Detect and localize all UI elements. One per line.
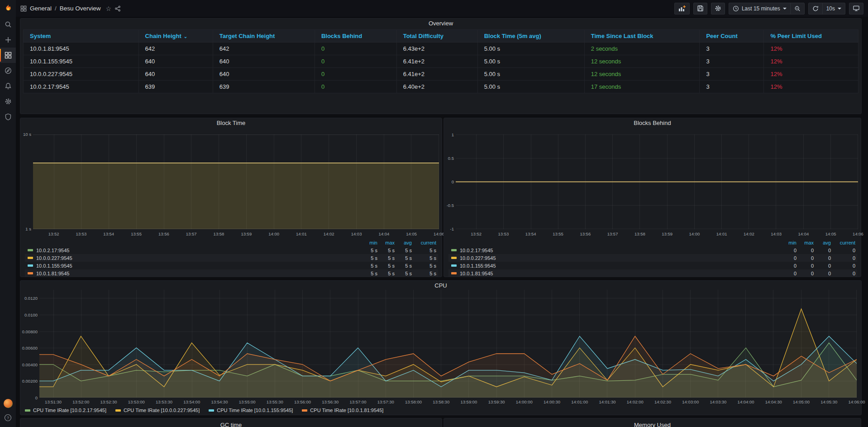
admin-shield-icon[interactable] (0, 109, 16, 125)
explore-compass-icon[interactable] (0, 63, 16, 78)
grafana-logo-icon[interactable] (0, 0, 16, 17)
x-tick-label: 13:55:30 (267, 399, 283, 404)
save-dashboard-button[interactable] (693, 3, 707, 14)
table-cell: 10.0.0.227:9545 (24, 68, 139, 81)
x-tick-label: 13:55 (131, 231, 142, 236)
legend-item[interactable]: CPU Time IRate [10.0.1.81:9545] (302, 408, 383, 413)
x-tick-label: 14:02 (324, 231, 334, 236)
legend-row[interactable]: 10.0.1.81:95450000 (448, 269, 857, 277)
column-header[interactable]: Block Time (5m avg) (477, 30, 584, 43)
legend-row[interactable]: 10.0.0.227:95455 s5 s5 s5 s (25, 254, 438, 262)
alerting-bell-icon[interactable] (0, 78, 16, 94)
dashboards-icon[interactable] (0, 48, 16, 63)
series-name[interactable]: CPU Time IRate [10.0.1.155:9545] (217, 408, 293, 413)
time-range-picker[interactable]: Last 15 minutes (729, 3, 790, 14)
x-tick-label: 14:05 (406, 231, 417, 236)
x-tick-label: 13:52:00 (72, 399, 89, 404)
dashboard-squares-icon (20, 5, 27, 12)
breadcrumb-folder[interactable]: General (30, 5, 52, 12)
zoom-out-button[interactable] (790, 3, 804, 14)
column-header[interactable]: Blocks Behind (315, 30, 396, 43)
legend-item[interactable]: CPU Time IRate [10.0.2.17:9545] (25, 408, 106, 413)
x-tick-label: 14:00 (689, 231, 700, 236)
panel-title-cpu[interactable]: CPU (20, 281, 861, 291)
x-tick-label: 13:55:00 (239, 399, 256, 404)
x-tick-label: 14:04 (798, 231, 809, 236)
panel-title-memory-used[interactable]: Memory Used (444, 418, 861, 427)
panel-title-block-time[interactable]: Block Time (20, 118, 442, 128)
legend-value: 0 (796, 255, 814, 261)
configuration-gear-icon[interactable] (0, 94, 16, 109)
legend-value: 5 s (360, 248, 377, 253)
series-name[interactable]: 10.0.2.17:9545 (36, 248, 360, 253)
legend-row[interactable]: 10.0.1.81:95455 s5 s5 s5 s (25, 269, 438, 277)
legend-item[interactable]: CPU Time IRate [10.0.1.155:9545] (209, 408, 293, 413)
y-tick-label: -0.5 (444, 203, 454, 208)
series-name[interactable]: 10.0.2.17:9545 (460, 248, 779, 253)
create-plus-icon[interactable] (0, 32, 16, 48)
x-tick-label: 13:56 (580, 231, 591, 236)
x-tick-label: 13:56:30 (322, 399, 339, 404)
legend-column-current: current (412, 240, 438, 245)
legend-header: minmaxavgcurrent (448, 239, 857, 246)
add-panel-button[interactable] (674, 3, 690, 14)
table-row: 10.0.0.227:954564064006.41e+25.00 s12 se… (24, 68, 858, 81)
legend-row[interactable]: 10.0.2.17:95450000 (448, 246, 857, 254)
column-header[interactable]: System (24, 30, 139, 43)
panel-title-gc-time[interactable]: GC time (20, 418, 442, 427)
column-header[interactable]: Target Chain Height (213, 30, 315, 43)
y-tick-label: 0.00200 (20, 379, 38, 384)
help-icon[interactable]: ? (0, 411, 16, 424)
legend-column-current: current (831, 240, 857, 245)
refresh-interval-picker[interactable]: 10s (822, 3, 845, 14)
x-tick-label: 13:57 (607, 231, 618, 236)
legend-value: 0 (814, 255, 831, 261)
panel-title-overview[interactable]: Overview (20, 19, 861, 29)
search-icon[interactable] (0, 17, 16, 32)
series-name[interactable]: 10.0.0.227:9545 (460, 255, 779, 261)
table-cell: 5.00 s (477, 81, 584, 93)
cpu-x-axis: 13:51:3013:52:0013:52:3013:53:0013:53:30… (39, 399, 857, 405)
sort-caret-icon: ⌄ (184, 34, 187, 39)
panel-cpu: CPU 13:51:3013:52:0013:52:3013:53:0013:5… (20, 280, 862, 415)
column-header[interactable]: Chain Height⌄ (138, 30, 213, 43)
panel-title-blocks-behind[interactable]: Blocks Behind (444, 118, 861, 128)
time-range-label: Last 15 minutes (742, 5, 780, 12)
series-name[interactable]: 10.0.1.81:9545 (36, 271, 360, 276)
legend-column-avg: avg (814, 240, 831, 245)
svg-text:?: ? (7, 416, 9, 420)
cycle-view-mode-button[interactable] (849, 3, 863, 14)
legend-row[interactable]: 10.0.2.17:95455 s5 s5 s5 s (25, 246, 438, 254)
series-name[interactable]: 10.0.1.81:9545 (460, 271, 779, 276)
series-name[interactable]: CPU Time IRate [10.0.0.227:9545] (124, 408, 200, 413)
table-cell: 10.0.1.155:9545 (24, 55, 139, 68)
column-header[interactable]: % Peer Limit Used (764, 30, 858, 43)
table-cell: 640 (213, 68, 315, 81)
series-name[interactable]: CPU Time IRate [10.0.1.81:9545] (310, 408, 383, 413)
legend-row[interactable]: 10.0.0.227:95450000 (448, 254, 857, 262)
legend-value: 0 (814, 248, 831, 253)
refresh-interval-label: 10s (826, 5, 835, 12)
legend-item[interactable]: CPU Time IRate [10.0.0.227:9545] (115, 408, 200, 413)
column-header[interactable]: Peer Count (700, 30, 764, 43)
x-tick-label: 13:54:30 (211, 399, 228, 404)
column-header[interactable]: Total Difficulty (396, 30, 477, 43)
series-name[interactable]: 10.0.0.227:9545 (36, 255, 360, 261)
series-name[interactable]: CPU Time IRate [10.0.2.17:9545] (33, 408, 106, 413)
favorite-star-icon[interactable]: ☆ (106, 5, 112, 12)
table-cell: 0 (315, 81, 396, 93)
legend-value: 5 s (377, 248, 395, 253)
dashboard-grid: Overview SystemChain Height⌄Target Chain… (16, 17, 868, 427)
dashboard-settings-button[interactable] (711, 3, 725, 14)
series-name[interactable]: 10.0.1.155:9545 (36, 263, 360, 269)
user-avatar[interactable] (4, 399, 13, 408)
series-name[interactable]: 10.0.1.155:9545 (460, 263, 779, 269)
breadcrumb-dashboard-title[interactable]: Besu Overview (60, 5, 101, 12)
x-tick-label: 14:05:00 (793, 399, 810, 404)
panel-overview: Overview SystemChain Height⌄Target Chain… (20, 18, 862, 114)
refresh-button[interactable] (809, 3, 822, 14)
legend-row[interactable]: 10.0.1.155:95455 s5 s5 s5 s (25, 262, 438, 269)
column-header[interactable]: Time Since Last Block (584, 30, 700, 43)
share-icon[interactable] (114, 5, 121, 12)
legend-row[interactable]: 10.0.1.155:95450000 (448, 262, 857, 269)
